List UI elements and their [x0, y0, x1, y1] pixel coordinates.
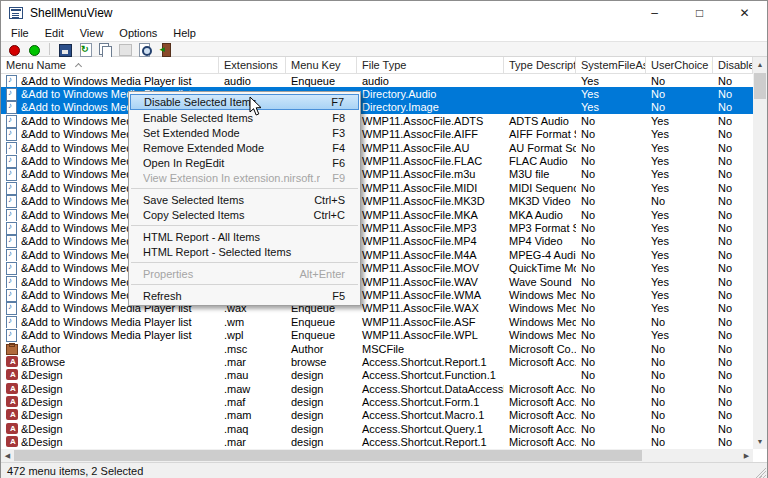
- menu-item-enable-selected[interactable]: Enable Selected Items F8: [130, 110, 359, 125]
- scroll-down-icon[interactable]: ▼: [753, 434, 767, 449]
- table-row[interactable]: &Add to Windows Media Player list .wpl E…: [1, 328, 753, 341]
- table-row[interactable]: &Add to Windows Media Player list .wm En…: [1, 315, 753, 328]
- table-row[interactable]: &Add to Windows Media Player list WMP11.…: [1, 208, 753, 221]
- file-type-icon: [6, 235, 17, 247]
- table-row[interactable]: &Add to Windows Media Player list WMP11.…: [1, 195, 753, 208]
- table-row[interactable]: &Design .mar design Access.Shortcut.Repo…: [1, 436, 753, 449]
- menubar-item[interactable]: Help: [165, 27, 204, 39]
- menu-item-copy-selected[interactable]: Copy Selected Items Ctrl+C: [130, 207, 359, 222]
- table-row[interactable]: &Add to Windows Media Player list WMP11.…: [1, 114, 753, 127]
- table-row[interactable]: &Add to Windows Media Player list WMP11.…: [1, 128, 753, 141]
- table-row[interactable]: &Add to Windows Media Player list WMP11.…: [1, 141, 753, 154]
- menu-item-open-in-regedit[interactable]: Open In RegEdit F6: [130, 155, 359, 170]
- table-row[interactable]: &Add to Windows Media Player list .wax E…: [1, 302, 753, 315]
- table-row[interactable]: &Add to Windows Media Player list WMP11.…: [1, 221, 753, 234]
- file-type-icon: [6, 115, 17, 127]
- menu-item-remove-extended-mode[interactable]: Remove Extended Mode F4: [130, 140, 359, 155]
- table-row[interactable]: &Add to Windows Media Player list WMP11.…: [1, 181, 753, 194]
- toolbar: [1, 41, 767, 57]
- horizontal-scroll-thumb[interactable]: [14, 450, 642, 461]
- file-type-icon: [6, 222, 17, 234]
- table-row[interactable]: &Add to Windows Media Player list audio …: [1, 74, 753, 87]
- file-type-icon: [6, 369, 17, 381]
- vertical-scroll-thumb[interactable]: [754, 73, 766, 99]
- table-header: Menu Name Extensions Menu Key File Type: [1, 57, 767, 74]
- file-type-icon: [6, 101, 17, 113]
- table-row[interactable]: &Add to Windows Media Player list WMP11.…: [1, 275, 753, 288]
- table-row[interactable]: &Add to Windows Media Player list WMP11.…: [1, 261, 753, 274]
- context-menu-item[interactable]: [130, 259, 359, 266]
- file-type-icon: [6, 329, 17, 341]
- table-rows: &Add to Windows Media Player list audio …: [1, 74, 753, 449]
- menu-item-properties[interactable]: Properties Alt+Enter: [130, 266, 359, 281]
- disable-items-icon[interactable]: [7, 43, 21, 56]
- enable-items-icon[interactable]: [27, 43, 41, 56]
- vertical-scrollbar[interactable]: ▲ ▼: [753, 57, 767, 449]
- menu-item-refresh[interactable]: Refresh F5: [130, 288, 359, 303]
- menu-item-view-extension[interactable]: View Extension In extension.nirsoft.net …: [130, 170, 359, 185]
- context-menu: Disable Selected Items F7 Enable Selecte…: [128, 91, 361, 306]
- column-header[interactable]: Menu Name: [1, 57, 219, 73]
- menubar-item[interactable]: File: [3, 27, 37, 39]
- table-row[interactable]: &Design .mam design Access.Shortcut.Macr…: [1, 409, 753, 422]
- menu-item-disable-selected[interactable]: Disable Selected Items F7: [130, 94, 359, 110]
- menubar-item[interactable]: Options: [111, 27, 165, 39]
- column-header[interactable]: Type Description: [504, 57, 576, 73]
- table-row[interactable]: &Author .msc Author MSCFile Microsoft Co…: [1, 342, 753, 355]
- table-row[interactable]: &Add to Windows Media Player list Direct…: [1, 87, 753, 100]
- file-type-icon: [6, 289, 17, 301]
- table-row[interactable]: &Design .mau design Access.Shortcut.Func…: [1, 369, 753, 382]
- column-header[interactable]: UserChoice Key: [646, 57, 713, 73]
- window-title: ShellMenuView: [30, 6, 113, 20]
- exit-icon[interactable]: [158, 43, 172, 56]
- close-button[interactable]: ✕: [722, 1, 767, 25]
- file-type-icon: [6, 396, 17, 408]
- resize-grip[interactable]: [754, 466, 766, 478]
- file-type-icon: [6, 316, 17, 328]
- scroll-left-icon[interactable]: ◀: [1, 449, 14, 462]
- scroll-up-icon[interactable]: ▲: [753, 57, 767, 72]
- context-menu-item[interactable]: [130, 222, 359, 229]
- save-icon[interactable]: [58, 43, 72, 56]
- menubar-item[interactable]: View: [72, 27, 112, 39]
- table-row[interactable]: &Add to Windows Media Player list WMP11.…: [1, 168, 753, 181]
- context-menu-item[interactable]: [130, 185, 359, 192]
- minimize-button[interactable]: –: [632, 1, 677, 25]
- table-row[interactable]: &Add to Windows Media Player list Direct…: [1, 101, 753, 114]
- status-bar: 472 menu items, 2 Selected: [1, 462, 767, 478]
- file-type-icon: [6, 262, 17, 274]
- table-row[interactable]: &Browse .mar browse Access.Shortcut.Repo…: [1, 355, 753, 368]
- table-row[interactable]: &Design .maf design Access.Shortcut.Form…: [1, 395, 753, 408]
- scroll-right-icon[interactable]: ▶: [740, 449, 753, 462]
- table-row[interactable]: &Design .maw design Access.Shortcut.Data…: [1, 382, 753, 395]
- table-row[interactable]: &Add to Windows Media Player list WMP11.…: [1, 248, 753, 261]
- column-header[interactable]: Menu Key: [286, 57, 357, 73]
- properties-icon[interactable]: [118, 43, 132, 56]
- file-type-icon: [6, 302, 17, 314]
- mouse-cursor-icon: [249, 96, 263, 117]
- table-row[interactable]: &Design .maq design Access.Shortcut.Quer…: [1, 422, 753, 435]
- refresh-icon[interactable]: [78, 43, 92, 56]
- menu-item-html-report-all[interactable]: HTML Report - All Items: [130, 229, 359, 244]
- menu-item-save-selected[interactable]: Save Selected Items Ctrl+S: [130, 192, 359, 207]
- file-type-icon: [6, 142, 17, 154]
- column-header[interactable]: File Type: [357, 57, 504, 73]
- menu-item-html-report-selected[interactable]: HTML Report - Selected Items: [130, 244, 359, 259]
- menu-item-set-extended-mode[interactable]: Set Extended Mode F3: [130, 125, 359, 140]
- copy-icon[interactable]: [98, 43, 112, 56]
- file-type-icon: [6, 276, 17, 288]
- context-menu-item[interactable]: [130, 281, 359, 288]
- table-row[interactable]: &Add to Windows Media Player list WMP11.…: [1, 235, 753, 248]
- menubar-item[interactable]: Edit: [37, 27, 72, 39]
- horizontal-scrollbar[interactable]: ◀ ▶: [1, 449, 753, 462]
- find-icon[interactable]: [138, 43, 152, 56]
- column-header[interactable]: Disabled: [713, 57, 753, 73]
- column-header[interactable]: Extensions: [219, 57, 286, 73]
- file-type-icon: [6, 383, 17, 395]
- file-type-icon: [6, 409, 17, 421]
- maximize-button[interactable]: □: [677, 1, 722, 25]
- table-row[interactable]: &Add to Windows Media Player list WMP11.…: [1, 288, 753, 301]
- table-row[interactable]: &Add to Windows Media Player list WMP11.…: [1, 154, 753, 167]
- file-type-icon: [6, 168, 17, 180]
- column-header[interactable]: SystemFileAss...: [576, 57, 646, 73]
